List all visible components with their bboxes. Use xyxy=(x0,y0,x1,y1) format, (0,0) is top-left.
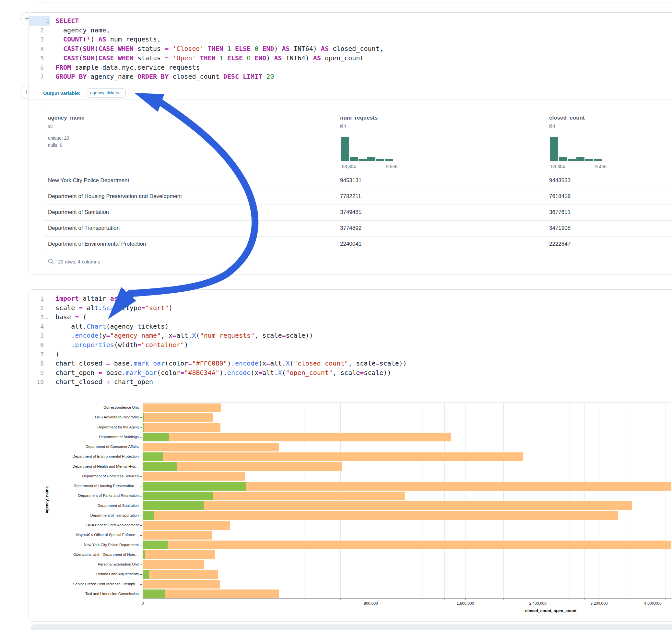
line-number: 7 xyxy=(29,350,44,359)
code-text: chart_closed = base.mark_bar(color="#FFC… xyxy=(55,359,407,368)
code-line[interactable]: 3 COUNT(*) AS num_requests, xyxy=(29,35,672,44)
table-cell: Department of Environmental Protection xyxy=(48,241,146,247)
code-line[interactable]: 7GROUP BY agency_name ORDER BY closed_co… xyxy=(29,72,672,81)
histogram-bar xyxy=(359,159,367,161)
row-separator xyxy=(44,236,672,237)
python-code-editor[interactable]: 1import altair as alt2scale = alt.Scale(… xyxy=(29,294,672,391)
code-text: scale = alt.Scale(type="sqrt") xyxy=(55,303,172,313)
row-separator xyxy=(44,204,672,205)
histogram-bar xyxy=(367,157,376,161)
sql-cell: 1⌄SELECT 2 agency_name,3 COUNT(*) AS num… xyxy=(28,12,672,274)
code-text: CAST(SUM(CASE WHEN status = 'Closed' THE… xyxy=(55,44,383,53)
table-cell: 3774892 xyxy=(340,225,361,232)
table-cell: Department of Housing Preservation and D… xyxy=(48,193,182,200)
code-text: COUNT(*) AS num_requests, xyxy=(55,35,161,44)
line-number: 4 xyxy=(29,322,44,331)
table-cell: 3471908 xyxy=(549,225,571,232)
histogram-bar xyxy=(559,157,567,161)
code-text: GROUP BY agency_name ORDER BY closed_cou… xyxy=(55,72,274,81)
table-cell: Department of Sanitation xyxy=(48,209,109,216)
line-number: 5 xyxy=(29,53,44,63)
code-line[interactable]: 3⌄base = ( xyxy=(29,312,672,322)
code-line[interactable]: 9chart_open = base.mark_bar(color="#8BC3… xyxy=(29,368,672,378)
code-text: ) xyxy=(55,350,59,359)
column-stat: unique: 20 xyxy=(48,136,69,141)
code-line[interactable]: 5 .encode(y="agency_name", x=alt.X("num_… xyxy=(29,331,672,340)
fold-chevron-icon[interactable]: ⌄ xyxy=(45,313,49,322)
code-text: alt.Chart(agency_tickets) xyxy=(55,322,169,331)
code-line[interactable]: 6 .properties(width="container") xyxy=(29,340,672,350)
search-icon[interactable] xyxy=(48,258,54,265)
histogram-bar xyxy=(376,159,384,161)
line-number: 6 xyxy=(29,340,44,350)
histogram-max-label: 9.4e6 xyxy=(595,164,606,169)
row-separator xyxy=(44,173,672,173)
code-line[interactable]: 8chart_closed = base.mark_bar(color="#FF… xyxy=(29,359,672,368)
code-text: SELECT xyxy=(55,16,83,26)
line-number: 2 xyxy=(29,26,44,35)
code-line[interactable]: 4 CAST(SUM(CASE WHEN status = 'Closed' T… xyxy=(29,44,672,53)
code-text: chart_open = base.mark_bar(color="#8BC34… xyxy=(55,368,391,378)
code-line[interactable]: 6FROM sample_data.nyc.service_requests xyxy=(29,63,672,72)
line-number: 9 xyxy=(29,368,44,378)
column-header[interactable]: closed_count xyxy=(549,115,585,121)
line-number: 1 xyxy=(29,294,44,303)
column-stat: nulls: 0 xyxy=(48,143,62,148)
fold-chevron-icon[interactable]: ⌄ xyxy=(45,17,49,26)
table-cell: 7618456 xyxy=(549,193,571,200)
sql-code-editor[interactable]: 1⌄SELECT 2 agency_name,3 COUNT(*) AS num… xyxy=(29,16,672,94)
column-header[interactable]: num_requests xyxy=(340,115,378,121)
code-text: .encode(y="agency_name", x=alt.X("num_re… xyxy=(55,331,313,340)
histogram-max-label: 9.5e6 xyxy=(386,164,398,169)
code-line[interactable]: 4 alt.Chart(agency_tickets) xyxy=(29,322,672,331)
text-cursor xyxy=(83,18,83,25)
line-number: 10 xyxy=(29,377,44,387)
line-number: 4 xyxy=(29,44,44,53)
code-line[interactable]: 2 agency_name, xyxy=(29,26,672,35)
table-cell: Department of Transportation xyxy=(48,225,120,232)
code-text: import altair as alt xyxy=(55,294,134,303)
code-line[interactable]: 10chart_closed + chart_open xyxy=(29,377,672,387)
line-number: 3 xyxy=(29,312,44,322)
line-number: 6 xyxy=(29,63,44,72)
output-table: agency_namestrunique: 20nulls: 0num_requ… xyxy=(44,108,672,253)
output-variable-pill[interactable]: agency_tickets xyxy=(87,89,126,98)
code-line[interactable]: 2scale = alt.Scale(type="sqrt") xyxy=(29,303,672,313)
code-line[interactable]: 5 CAST(SUM(CASE WHEN status = 'Open' THE… xyxy=(29,53,672,63)
code-line[interactable]: 1⌄SELECT xyxy=(29,16,672,26)
code-line[interactable]: 1import altair as alt xyxy=(29,294,672,303)
histogram-bar xyxy=(350,157,358,161)
column-header[interactable]: agency_name xyxy=(48,115,84,121)
code-line[interactable]: 7) xyxy=(29,350,672,359)
output-variable-label: Output variable: xyxy=(43,91,80,96)
line-number: 5 xyxy=(29,331,44,340)
code-text: chart_closed + chart_open xyxy=(55,377,153,387)
code-text: .properties(width="container") xyxy=(55,340,188,350)
table-summary-text: 20 rows, 4 columns xyxy=(58,259,100,264)
table-cell: 3749485 xyxy=(340,209,361,216)
histogram-bar xyxy=(341,137,349,161)
previous-cell-edge xyxy=(38,0,672,3)
table-cell: 2240041 xyxy=(340,241,361,247)
histogram-min-label: 53,304 xyxy=(342,164,356,169)
code-text: agency_name, xyxy=(55,26,110,35)
table-cell: 7782211 xyxy=(340,193,361,200)
histogram-bar xyxy=(594,159,602,161)
notebook-page: + + 1⌄SELECT 2 agency_name,3 COUNT(*) AS… xyxy=(0,0,672,630)
row-separator xyxy=(44,220,672,221)
column-type: str xyxy=(48,123,53,129)
line-number: 3 xyxy=(29,35,44,44)
table-cell: 9443533 xyxy=(549,177,571,184)
histogram-bar xyxy=(585,159,593,161)
histogram-bar xyxy=(576,157,584,161)
code-text: base = ( xyxy=(55,312,87,322)
table-cell: 3677651 xyxy=(549,209,571,216)
histogram-bar xyxy=(568,159,576,161)
histogram-bar xyxy=(550,137,558,161)
column-type: i64 xyxy=(340,123,346,129)
column-type: i64 xyxy=(549,123,555,129)
code-text: CAST(SUM(CASE WHEN status = 'Open' THEN … xyxy=(55,53,364,63)
next-cell-strip[interactable] xyxy=(31,625,672,630)
code-text: FROM sample_data.nyc.service_requests xyxy=(55,63,200,72)
table-cell: 2222847 xyxy=(549,241,571,247)
